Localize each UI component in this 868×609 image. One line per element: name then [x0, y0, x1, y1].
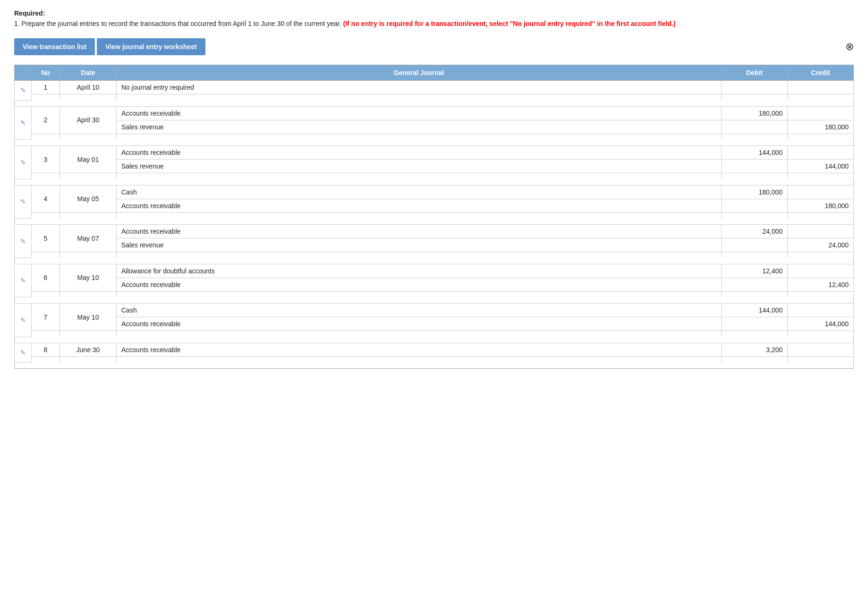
entry-date: June 30 [60, 343, 117, 356]
table-row: ✎1April 10No journal entry required [15, 81, 854, 94]
entry-date: May 10 [60, 264, 117, 291]
entry-credit: 24,000 [788, 238, 854, 252]
entry-no: 8 [32, 343, 60, 356]
spacer-row [15, 173, 854, 179]
table-row: Sales revenue144,000 [15, 160, 854, 173]
table-row: Accounts receivable144,000 [15, 317, 854, 331]
entry-debit: 3,200 [722, 343, 788, 356]
group-separator [15, 140, 854, 146]
close-button[interactable]: ⊗ [845, 41, 854, 53]
entry-debit [722, 81, 788, 94]
entry-account: Sales revenue [117, 120, 722, 134]
entry-credit: 180,000 [788, 120, 854, 134]
header-general-journal: General Journal [117, 65, 722, 81]
spacer-row [15, 331, 854, 337]
group-separator [15, 337, 854, 343]
header-debit: Debit [722, 65, 788, 81]
entry-credit: 144,000 [788, 160, 854, 173]
entry-debit: 144,000 [722, 146, 788, 160]
edit-icon[interactable]: ✎ [20, 316, 26, 324]
entry-credit [788, 81, 854, 94]
view-journal-entry-worksheet-button[interactable]: View journal entry worksheet [97, 38, 205, 55]
edit-cell[interactable]: ✎ [15, 343, 32, 363]
entry-account: Cash [117, 185, 722, 199]
entry-account: Allowance for doubtful accounts [117, 264, 722, 278]
table-row: ✎3May 01Accounts receivable144,000 [15, 146, 854, 160]
entry-credit [788, 106, 854, 120]
entry-debit [722, 238, 788, 252]
entry-date: May 01 [60, 146, 117, 173]
entry-credit: 144,000 [788, 317, 854, 331]
entry-no: 6 [32, 264, 60, 291]
header-credit: Credit [788, 65, 854, 81]
edit-cell[interactable]: ✎ [15, 304, 32, 337]
edit-icon[interactable]: ✎ [20, 237, 26, 245]
view-transaction-list-button[interactable]: View transaction list [14, 38, 95, 55]
edit-icon[interactable]: ✎ [20, 119, 26, 127]
spacer-row [15, 94, 854, 101]
entry-date: April 10 [60, 81, 117, 94]
table-row: ✎5May 07Accounts receivable24,000 [15, 225, 854, 238]
header-edit [15, 65, 32, 81]
table-row: Sales revenue180,000 [15, 120, 854, 134]
table-row: ✎4May 05Cash180,000 [15, 185, 854, 199]
entry-account: Accounts receivable [117, 199, 722, 212]
table-row: ✎8June 30Accounts receivable3,200 [15, 343, 854, 356]
entry-account: Accounts receivable [117, 106, 722, 120]
required-text: 1. Prepare the journal entries to record… [14, 19, 854, 29]
table-row: Accounts receivable180,000 [15, 199, 854, 212]
edit-icon[interactable]: ✎ [20, 277, 26, 284]
header-no: No [32, 65, 60, 81]
edit-cell[interactable]: ✎ [15, 264, 32, 297]
entry-debit [722, 160, 788, 173]
edit-icon[interactable]: ✎ [20, 159, 26, 166]
entry-debit: 180,000 [722, 185, 788, 199]
entry-debit [722, 278, 788, 291]
spacer-row [15, 252, 854, 258]
table-row: ✎7May 10Cash144,000 [15, 304, 854, 317]
group-separator [15, 363, 854, 369]
entry-account: Accounts receivable [117, 146, 722, 160]
entry-credit [788, 304, 854, 317]
entry-debit [722, 120, 788, 134]
group-separator [15, 100, 854, 106]
entry-credit [788, 185, 854, 199]
group-separator [15, 297, 854, 304]
edit-cell[interactable]: ✎ [15, 225, 32, 258]
entry-credit [788, 225, 854, 238]
entry-account: Accounts receivable [117, 278, 722, 291]
edit-cell[interactable]: ✎ [15, 185, 32, 219]
spacer-row [15, 212, 854, 219]
edit-icon[interactable]: ✎ [20, 349, 26, 356]
entry-account: Cash [117, 304, 722, 317]
entry-account: Sales revenue [117, 238, 722, 252]
entry-no: 2 [32, 106, 60, 134]
journal-table: No Date General Journal Debit Credit ✎1A… [14, 65, 854, 369]
group-separator [15, 219, 854, 225]
entry-date: May 07 [60, 225, 117, 252]
table-row: ✎6May 10Allowance for doubtful accounts1… [15, 264, 854, 278]
note-text: (If no entry is required for a transacti… [343, 20, 676, 27]
spacer-row [15, 291, 854, 297]
entry-no: 7 [32, 304, 60, 331]
edit-cell[interactable]: ✎ [15, 106, 32, 140]
entry-debit: 24,000 [722, 225, 788, 238]
entry-account: No journal entry required [117, 81, 722, 94]
entry-credit: 180,000 [788, 199, 854, 212]
edit-cell[interactable]: ✎ [15, 146, 32, 179]
instruction-text: 1. Prepare the journal entries to record… [14, 20, 341, 27]
edit-cell[interactable]: ✎ [15, 81, 32, 101]
entry-credit [788, 343, 854, 356]
edit-icon[interactable]: ✎ [20, 198, 26, 205]
entry-no: 4 [32, 185, 60, 212]
entry-debit: 144,000 [722, 304, 788, 317]
entry-debit [722, 317, 788, 331]
entry-no: 3 [32, 146, 60, 173]
header-date: Date [60, 65, 117, 81]
edit-icon[interactable]: ✎ [20, 86, 26, 94]
table-row: ✎2April 30Accounts receivable180,000 [15, 106, 854, 120]
entry-date: April 30 [60, 106, 117, 134]
entry-credit [788, 146, 854, 160]
group-separator [15, 258, 854, 264]
required-section: Required: 1. Prepare the journal entries… [14, 9, 854, 29]
